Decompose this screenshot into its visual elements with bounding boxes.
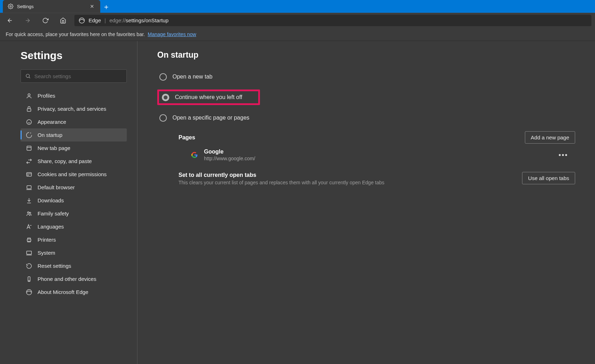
- address-bar[interactable]: Edge | edge://settings/onStartup: [74, 15, 591, 26]
- sidebar-item-label: On startup: [38, 132, 62, 138]
- svg-point-2: [26, 74, 29, 77]
- svg-point-10: [28, 212, 29, 213]
- svg-rect-4: [27, 109, 31, 111]
- svg-rect-13: [27, 251, 32, 254]
- sidebar-item-downloads[interactable]: Downloads: [21, 194, 127, 207]
- nav-icon: [26, 289, 33, 296]
- sidebar-item-label: Downloads: [38, 197, 64, 203]
- sidebar-item-label: Family safety: [38, 210, 69, 216]
- nav-icon: [26, 132, 33, 139]
- search-settings-input[interactable]: [21, 69, 127, 83]
- sidebar-item-languages[interactable]: Languages: [21, 220, 127, 233]
- option-label: Open a specific page or pages: [172, 115, 249, 121]
- page-entry: Google http://www.google.com/ •••: [157, 144, 575, 166]
- sidebar-item-about-microsoft-edge[interactable]: About Microsoft Edge: [21, 285, 127, 299]
- back-button[interactable]: [4, 14, 16, 27]
- forward-button[interactable]: [21, 14, 34, 27]
- startup-options: Open a new tab Continue where you left o…: [157, 69, 575, 126]
- settings-nav-list: ProfilesPrivacy, search, and servicesApp…: [21, 89, 127, 299]
- nav-icon: [26, 145, 33, 152]
- sidebar-item-label: Default browser: [38, 184, 75, 190]
- svg-point-5: [27, 120, 32, 125]
- nav-icon: [26, 171, 33, 178]
- address-path: settings/onStartup: [126, 17, 169, 23]
- sidebar-item-label: Languages: [38, 224, 64, 230]
- sidebar-item-reset-settings[interactable]: Reset settings: [21, 259, 127, 272]
- sidebar-item-on-startup[interactable]: On startup: [21, 128, 127, 141]
- sidebar-item-label: Reset settings: [38, 263, 71, 269]
- svg-rect-6: [27, 146, 31, 150]
- toolbar: Edge | edge://settings/onStartup: [0, 13, 595, 28]
- nav-icon: [26, 262, 33, 270]
- nav-icon: [26, 210, 33, 217]
- svg-rect-7: [27, 172, 32, 176]
- set-all-desc: This clears your current list of pages a…: [178, 180, 398, 185]
- separator: |: [104, 17, 106, 23]
- sidebar-item-label: System: [38, 250, 55, 256]
- settings-content: On startup Open a new tab Continue where…: [137, 41, 595, 364]
- sidebar-item-default-browser[interactable]: Default browser: [21, 181, 127, 194]
- sidebar-item-label: About Microsoft Edge: [38, 289, 88, 295]
- option-label: Continue where you left off: [175, 94, 242, 100]
- nav-icon: [26, 119, 33, 126]
- svg-point-11: [29, 212, 31, 213]
- radio-icon: [159, 73, 167, 81]
- nav-icon: [26, 223, 33, 230]
- page-more-button[interactable]: •••: [555, 149, 572, 161]
- nav-icon: [26, 105, 33, 112]
- sidebar-item-label: Phone and other devices: [38, 276, 96, 282]
- option-open-specific-pages[interactable]: Open a specific page or pages: [157, 110, 575, 126]
- sidebar-item-label: Printers: [38, 237, 56, 243]
- manage-favorites-link[interactable]: Manage favorites now: [148, 31, 196, 37]
- svg-point-15: [29, 280, 29, 281]
- home-button[interactable]: [57, 14, 69, 27]
- sidebar-item-privacy-search-and-services[interactable]: Privacy, search, and services: [21, 102, 127, 115]
- sidebar-item-phone-and-other-devices[interactable]: Phone and other devices: [21, 272, 127, 285]
- nav-icon: [26, 236, 33, 243]
- address-label: Edge: [89, 17, 101, 23]
- option-open-new-tab[interactable]: Open a new tab: [157, 69, 575, 85]
- option-label: Open a new tab: [172, 74, 212, 80]
- use-all-open-tabs-button[interactable]: Use all open tabs: [522, 172, 575, 184]
- sidebar-item-appearance[interactable]: Appearance: [21, 115, 127, 128]
- pages-header-row: Pages Add a new page: [157, 131, 575, 144]
- settings-sidebar: Settings ProfilesPrivacy, search, and se…: [0, 41, 137, 364]
- new-tab-button[interactable]: ＋: [100, 1, 112, 13]
- radio-icon: [159, 114, 167, 122]
- sidebar-item-label: Share, copy, and paste: [38, 158, 92, 164]
- svg-rect-12: [27, 239, 31, 241]
- sidebar-item-label: Appearance: [38, 119, 66, 125]
- sidebar-item-system[interactable]: System: [21, 246, 127, 259]
- sidebar-item-profiles[interactable]: Profiles: [21, 89, 127, 102]
- sidebar-item-new-tab-page[interactable]: New tab page: [21, 141, 127, 155]
- close-tab-button[interactable]: ✕: [88, 2, 96, 10]
- refresh-button[interactable]: [39, 14, 52, 27]
- settings-heading: Settings: [21, 50, 126, 62]
- search-icon: [25, 73, 31, 79]
- svg-point-0: [10, 6, 11, 7]
- address-proto: edge://: [109, 17, 126, 23]
- edge-logo-icon: [79, 17, 85, 24]
- svg-point-8: [28, 175, 28, 175]
- svg-rect-9: [27, 185, 31, 189]
- tab-title: Settings: [17, 4, 85, 9]
- browser-tab[interactable]: Settings ✕: [3, 0, 100, 13]
- sidebar-item-label: New tab page: [38, 145, 70, 151]
- add-new-page-button[interactable]: Add a new page: [525, 131, 575, 144]
- sidebar-item-label: Profiles: [38, 93, 55, 99]
- sidebar-item-label: Cookies and site permissions: [38, 171, 107, 177]
- sidebar-item-cookies-and-site-permissions[interactable]: Cookies and site permissions: [21, 168, 127, 181]
- option-continue-where-left-off[interactable]: Continue where you left off: [157, 89, 260, 105]
- main: Settings ProfilesPrivacy, search, and se…: [0, 41, 595, 364]
- svg-point-3: [28, 94, 30, 96]
- set-all-tabs-row: Set to all currently open tabs This clea…: [157, 172, 575, 185]
- tab-strip: Settings ✕ ＋: [0, 0, 595, 13]
- sidebar-item-label: Privacy, search, and services: [38, 106, 106, 112]
- sidebar-item-printers[interactable]: Printers: [21, 233, 127, 246]
- sidebar-item-family-safety[interactable]: Family safety: [21, 207, 127, 220]
- search-settings-field[interactable]: [34, 73, 122, 79]
- nav-icon: [26, 92, 33, 99]
- nav-icon: [26, 249, 33, 256]
- nav-icon: [26, 158, 33, 165]
- sidebar-item-share-copy-and-paste[interactable]: Share, copy, and paste: [21, 155, 127, 168]
